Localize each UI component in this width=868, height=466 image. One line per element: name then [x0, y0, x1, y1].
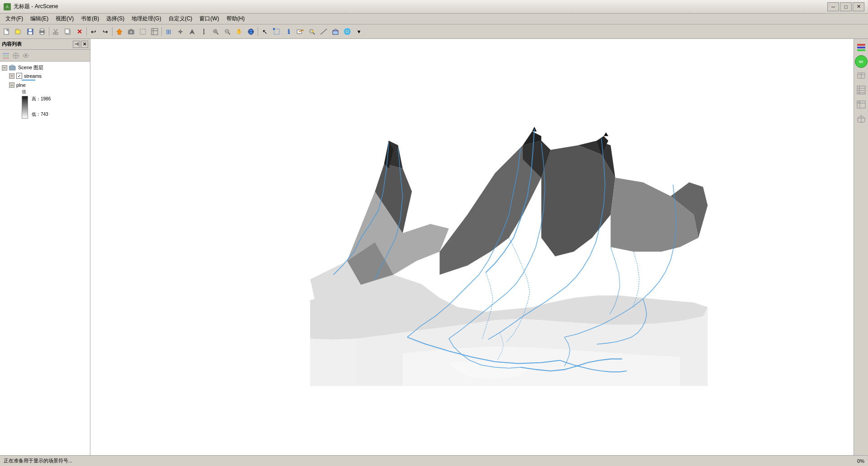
menubar: 文件(F) 编辑(E) 视图(V) 书签(B) 选择(S) 地理处理(G) 自定…: [0, 14, 868, 24]
terrain-visualization: [90, 39, 854, 455]
rp-3d-analysis[interactable]: [855, 113, 868, 125]
tb-delete[interactable]: ✕: [74, 26, 85, 37]
tb-3d-rotate[interactable]: 🌐: [342, 26, 353, 37]
right-panel: 60 abc: [854, 39, 868, 455]
legend-high-value: 高：1986: [32, 96, 51, 102]
tb-cursor[interactable]: ↖: [259, 26, 270, 37]
tb-navigate[interactable]: [175, 26, 186, 37]
svg-rect-18: [140, 29, 146, 34]
menu-file[interactable]: 文件(F): [2, 14, 27, 24]
map-area[interactable]: [90, 39, 854, 455]
titlebar-left: A 无标题 - ArcScene: [4, 3, 58, 10]
menu-edit[interactable]: 编辑(E): [27, 14, 52, 24]
toc-streams-label: streams: [24, 73, 42, 79]
tb-more[interactable]: ▼: [354, 26, 364, 37]
menu-window[interactable]: 窗口(W): [196, 14, 222, 24]
toc-scene-row: − Scene 图层: [2, 63, 88, 72]
rp-status-indicator[interactable]: 60: [855, 55, 868, 68]
menu-help[interactable]: 帮助(H): [223, 14, 249, 24]
sidebar-toolbar: [0, 50, 90, 62]
tb-globe[interactable]: [245, 26, 256, 37]
svg-rect-56: [9, 67, 15, 70]
toc-plne-label: plne: [16, 82, 26, 88]
tb-undo[interactable]: ↩: [88, 26, 99, 37]
tb-pan[interactable]: [198, 26, 209, 37]
rp-scene-props[interactable]: [855, 69, 868, 82]
toc-streams-checkbox[interactable]: ✓: [16, 73, 22, 79]
tb-open[interactable]: [13, 26, 24, 37]
tb-copy[interactable]: [62, 26, 73, 37]
rp-attributes[interactable]: abc: [855, 98, 868, 111]
svg-rect-1: [15, 30, 20, 34]
tb-sep5: [258, 27, 258, 36]
menu-bookmark[interactable]: 书签(B): [77, 14, 103, 24]
list-by-visibility[interactable]: [21, 51, 30, 60]
streams-legend-line: [22, 80, 35, 81]
tb-cut[interactable]: [51, 26, 61, 37]
rp-table-view[interactable]: [855, 84, 868, 96]
toc-plne-row: − plne: [9, 82, 88, 88]
tb-new[interactable]: [1, 26, 12, 37]
svg-rect-13: [65, 29, 69, 33]
tb-camera[interactable]: [126, 26, 137, 37]
toc-content: − Scene 图层 − ✓ streams −: [0, 62, 90, 122]
list-by-drawing-order[interactable]: [1, 51, 10, 60]
list-by-source[interactable]: [11, 51, 20, 60]
svg-rect-82: [857, 44, 865, 46]
svg-rect-46: [333, 31, 338, 34]
svg-line-10: [54, 29, 56, 32]
tb-sep2: [86, 27, 87, 36]
scene-layer-icon: [9, 65, 16, 71]
tb-3d-view[interactable]: ⊞: [163, 26, 174, 37]
tb-find[interactable]: ⚡: [307, 26, 317, 37]
tb-print[interactable]: [37, 26, 47, 37]
menu-view[interactable]: 视图(V): [52, 14, 77, 24]
minimize-button[interactable]: ─: [827, 2, 839, 11]
tb-zoom-out[interactable]: [222, 26, 233, 37]
tb-hyperlink[interactable]: [295, 26, 306, 37]
svg-marker-14: [117, 29, 122, 34]
statusbar: 正在准备用于显示的场景符号... 0%: [0, 455, 868, 466]
tb-select-rect[interactable]: [271, 26, 282, 37]
rp-status-label: 60: [859, 60, 863, 64]
tb-fly[interactable]: [187, 26, 198, 37]
svg-rect-50: [3, 57, 9, 59]
legend-low-value: 低：743: [32, 111, 51, 118]
tb-measure[interactable]: [318, 26, 329, 37]
tb-save[interactable]: [25, 26, 36, 37]
maximize-button[interactable]: □: [840, 2, 852, 11]
toc-scene-expand[interactable]: −: [2, 65, 7, 71]
sidebar: 内容列表 ⊣ ✕ − Scene 图层: [0, 39, 90, 455]
tb-info[interactable]: ℹ: [283, 26, 294, 37]
main-layout: 内容列表 ⊣ ✕ − Scene 图层: [0, 39, 868, 455]
menu-select[interactable]: 选择(S): [103, 14, 128, 24]
toc-plne-expand[interactable]: −: [9, 82, 14, 88]
tb-redo[interactable]: ↪: [100, 26, 111, 37]
sidebar-dock-button[interactable]: ⊣: [73, 41, 80, 48]
tb-3d-scene[interactable]: [330, 26, 341, 37]
svg-point-9: [56, 32, 58, 34]
menu-geoprocessing[interactable]: 地理处理(G): [128, 14, 165, 24]
toc-scene-label: Scene 图层: [18, 64, 43, 71]
tb-zoom-in[interactable]: [210, 26, 221, 37]
toc-streams-expand[interactable]: −: [9, 73, 14, 79]
svg-point-8: [53, 32, 56, 34]
close-button[interactable]: ✕: [853, 2, 864, 11]
toc-legend-label: 值: [22, 89, 88, 95]
tb-rect-sel[interactable]: [137, 26, 148, 37]
svg-line-31: [228, 33, 230, 34]
svg-rect-19: [151, 29, 158, 35]
rp-layer-btn[interactable]: [855, 41, 868, 54]
tb-layout[interactable]: [149, 26, 160, 37]
menu-customize[interactable]: 自定义(C): [165, 14, 196, 24]
sidebar-header: 内容列表 ⊣ ✕: [0, 39, 90, 50]
svg-line-11: [56, 29, 57, 32]
svg-rect-84: [857, 49, 865, 51]
svg-rect-3: [28, 32, 32, 34]
toolbar: ✕ ↩ ↪ ⊞ ✋ ↖ ℹ ⚡ 🌐 ▼: [0, 24, 868, 39]
tb-grab[interactable]: ✋: [234, 26, 245, 37]
tb-add-data[interactable]: [114, 26, 125, 37]
svg-rect-6: [40, 29, 44, 31]
sidebar-close-button[interactable]: ✕: [81, 41, 88, 48]
svg-marker-25: [178, 31, 180, 33]
